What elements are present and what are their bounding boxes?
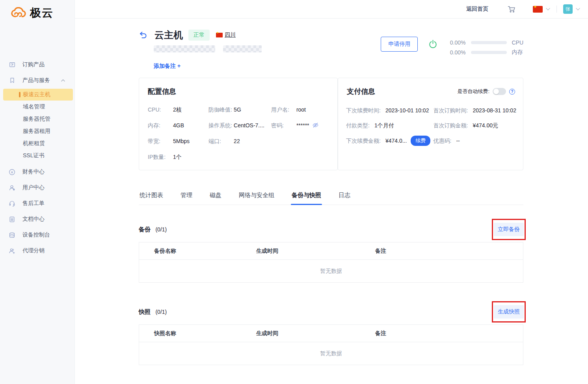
sidebar-item-jisu-cloud-host[interactable]: 极速云主机 — [3, 89, 73, 101]
field-value: 4GB — [173, 121, 184, 129]
sidebar-item-label: 售后工单 — [22, 200, 45, 207]
region: ★ 四川 — [216, 32, 236, 39]
annotation-box: 生成快照 — [492, 301, 526, 322]
auto-renew-control: 是否自动续费: ? — [457, 88, 515, 95]
sidebar-item-docs-center[interactable]: 文档中心 — [0, 211, 74, 227]
payment-field-coupon: 优惠码: -- — [434, 136, 521, 146]
field-label: CPU: — [148, 106, 173, 114]
tab-backup-snapshot[interactable]: 备份与快照 — [291, 192, 322, 205]
field-label: 下次续费金额: — [346, 137, 381, 145]
tab-statistics[interactable]: 统计图表 — [139, 192, 164, 205]
sidebar-item-label: 设备控制台 — [22, 231, 50, 239]
auto-renew-label: 是否自动续费: — [457, 88, 489, 95]
config-field-password: 密码: ****** — [271, 121, 332, 129]
sidebar-item-finance-center[interactable]: ¥ 财务中心 — [0, 164, 74, 180]
config-field-ip-count: IP数量: 1个 — [148, 153, 208, 161]
sidebar-item-label: 文档中心 — [22, 216, 45, 223]
payment-field-next-renew-amount: 下次续费金额: ¥474.0... 续费 — [346, 136, 434, 146]
payment-field-next-renew-time: 下次续费时间: 2023-10-01 10:02 — [346, 106, 434, 115]
sidebar-item-ssl-cert[interactable]: SSL证书 — [3, 150, 73, 162]
page-header-right: 申请停用 0.00% CPU 0.00% — [381, 29, 523, 70]
field-value: ****** — [296, 121, 319, 129]
field-value: 2023-10-01 10:02 — [385, 106, 429, 114]
backup-now-button[interactable]: 立即备份 — [494, 223, 524, 236]
config-field-defense: 防御峰值: 5G — [208, 106, 271, 114]
auto-renew-toggle[interactable] — [493, 88, 506, 95]
field-value: CentOS-7.... — [234, 121, 264, 129]
back-icon[interactable] — [139, 31, 147, 39]
sidebar-item-domain-management[interactable]: 域名管理 — [3, 101, 73, 113]
power-status-icon[interactable] — [428, 39, 438, 49]
sidebar-item-label: 产品与服务 — [22, 77, 50, 84]
field-label: 密码: — [271, 121, 296, 129]
language-flag-icon[interactable]: ★ — [533, 6, 543, 13]
sidebar-item-agent-distribution[interactable]: 代理分销 — [0, 243, 74, 259]
status-badge: 正常 — [188, 30, 210, 41]
user-icon — [9, 185, 15, 191]
memory-usage-label: 内存 — [512, 49, 523, 56]
column-backup-name: 备份名称 — [139, 248, 256, 255]
page-header: 云主机 正常 ★ 四川 添加备注 + 申请停用 — [139, 29, 523, 70]
cpu-usage-row: 0.00% CPU — [447, 37, 523, 47]
sidebar-item-server-hosting[interactable]: 服务器托管 — [3, 113, 73, 125]
help-icon[interactable]: ? — [509, 89, 515, 95]
field-label: 优惠码: — [434, 137, 452, 145]
back-to-home-link[interactable]: 返回首页 — [466, 6, 488, 13]
payment-field-first-order-time: 首次订购时间: 2023-08-31 10:02 — [434, 106, 521, 115]
tab-disk[interactable]: 磁盘 — [209, 192, 222, 205]
chevron-down-icon[interactable] — [576, 8, 580, 11]
user-avatar[interactable]: 张 — [563, 4, 573, 14]
field-value: root — [296, 106, 306, 114]
region-link[interactable]: 四川 — [225, 32, 236, 39]
payment-card-title: 支付信息 — [347, 87, 375, 96]
section-title-text: 备份 — [139, 226, 151, 233]
document-icon — [9, 216, 15, 223]
usage-stats: 0.00% CPU 0.00% 内存 — [447, 37, 523, 57]
toggle-knob — [493, 89, 499, 94]
sidebar-item-label: 域名管理 — [23, 103, 45, 110]
config-card-title: 配置信息 — [148, 87, 176, 96]
sidebar-submenu: 极速云主机 域名管理 服务器托管 服务器租用 机柜租赁 SSL证书 — [0, 89, 74, 162]
tab-management[interactable]: 管理 — [180, 192, 193, 205]
sidebar-item-order-products[interactable]: 订购产品 — [0, 57, 74, 73]
cpu-usage-label: CPU — [512, 39, 523, 46]
add-note-link[interactable]: 添加备注 + — [154, 63, 262, 70]
cart-icon[interactable] — [507, 5, 516, 13]
request-stop-button[interactable]: 申请停用 — [381, 37, 418, 52]
field-value: -- — [456, 137, 460, 145]
products-services-icon — [9, 77, 15, 84]
tab-network-security[interactable]: 网络与安全组 — [238, 192, 275, 205]
chevron-down-icon[interactable] — [546, 8, 550, 11]
field-label: 首次订购时间: — [434, 106, 468, 114]
field-value: 1个月付 — [374, 121, 394, 129]
config-fields: CPU: 2核 防御峰值: 5G 用户名: root 内存: 4GB — [139, 96, 337, 161]
masked-host-info — [154, 45, 262, 52]
snapshot-section-header: 快照 (0/1) 生成快照 — [139, 302, 523, 321]
backup-section-header: 备份 (0/1) 立即备份 — [139, 220, 523, 239]
sidebar-item-aftersale-tickets[interactable]: 售后工单 — [0, 196, 74, 211]
sidebar-item-user-center[interactable]: 用户中心 — [0, 180, 74, 196]
sidebar-item-cabinet-rental[interactable]: 机柜租赁 — [3, 138, 73, 149]
sidebar-item-server-rental[interactable]: 服务器租用 — [3, 125, 73, 137]
snapshot-table: 快照名称 生成时间 备注 暂无数据 — [139, 324, 523, 365]
annotation-box: 立即备份 — [492, 219, 526, 240]
active-indicator-bar — [19, 92, 20, 97]
flag-star: ★ — [216, 31, 219, 34]
field-label: 防御峰值: — [208, 106, 234, 114]
sidebar-item-device-console[interactable]: 设备控制台 — [0, 227, 74, 243]
masked-ip — [223, 45, 262, 52]
people-icon — [9, 248, 15, 254]
sidebar-item-products-services[interactable]: 产品与服务 — [0, 73, 74, 88]
renew-button[interactable]: 续费 — [411, 136, 430, 146]
field-value: 2023-08-31 10:02 — [473, 106, 516, 114]
brand-logo[interactable]: 极云 — [0, 0, 74, 21]
create-snapshot-button[interactable]: 生成快照 — [494, 305, 524, 319]
section-title-text: 快照 — [139, 308, 151, 315]
payment-field-first-order-amount: 首次订购金额: ¥474.00元 — [434, 121, 521, 130]
tab-logs[interactable]: 日志 — [338, 192, 351, 205]
eye-off-icon[interactable] — [312, 122, 319, 128]
payment-info-card: 支付信息 是否自动续费: ? 下次续费时间: 2023-10-01 10:02 … — [338, 78, 523, 170]
sidebar-item-label: 服务器租用 — [23, 128, 50, 135]
sidebar-item-label: 极速云主机 — [23, 91, 50, 98]
detail-tabs: 统计图表 管理 磁盘 网络与安全组 备份与快照 日志 — [139, 192, 523, 205]
